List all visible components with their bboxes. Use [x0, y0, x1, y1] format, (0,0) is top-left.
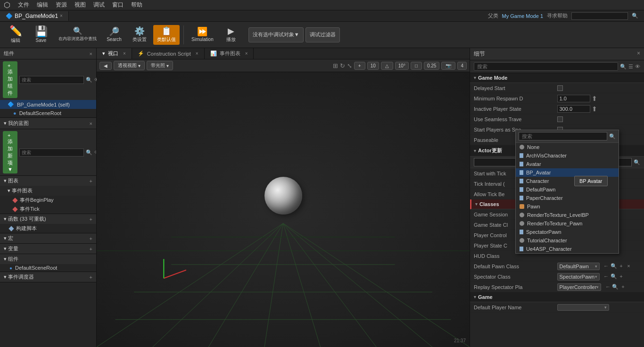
event-dispatcher-header[interactable]: ▾ 事件调度器 +: [0, 272, 96, 282]
event-dispatcher-add[interactable]: +: [90, 274, 92, 280]
class-item-paperchar[interactable]: PaperCharacter: [516, 194, 619, 202]
play-button[interactable]: ▶ 播放: [219, 25, 243, 45]
edit-button[interactable]: ✏️ 编辑: [4, 24, 27, 46]
add-new-item-button[interactable]: + 添加新项▼: [3, 131, 17, 174]
menu-window[interactable]: 窗口: [108, 0, 127, 10]
debug-filter-sub[interactable]: 调试过滤器: [305, 27, 340, 42]
construction-script[interactable]: 构建脚本: [0, 224, 96, 233]
blueprint-tab[interactable]: 🔷 BP_GameMode1 ×: [0, 11, 69, 21]
graphs-add[interactable]: +: [90, 178, 92, 184]
lit-button[interactable]: 带光照 ▾: [147, 61, 173, 70]
replay-spectator-add[interactable]: +: [619, 284, 626, 290]
menu-view[interactable]: 视图: [71, 0, 90, 10]
blueprint-view-options[interactable]: 👁: [94, 149, 96, 155]
debug-filter-dropdown[interactable]: 没有选中调试对象▼: [248, 27, 304, 42]
spectator-class-back[interactable]: ←: [603, 273, 610, 280]
details-list-view[interactable]: ☰: [628, 64, 633, 70]
menu-debug[interactable]: 调试: [90, 0, 108, 10]
default-player-name-dropdown[interactable]: ▾: [557, 304, 609, 311]
angle-btn[interactable]: △: [381, 62, 393, 70]
default-pawn-back[interactable]: ←: [603, 263, 610, 269]
class-item-archvis[interactable]: ArchVisCharacter: [516, 151, 619, 160]
class-defaults-button[interactable]: 📋 类默认值: [153, 25, 180, 45]
save-button[interactable]: 💾 Save: [29, 25, 53, 45]
class-item-tutorialchar[interactable]: TutorialCharacter: [516, 236, 619, 245]
class-item-ue4asp[interactable]: Ue4ASP_Character: [516, 245, 619, 253]
components-close[interactable]: ×: [90, 51, 92, 57]
min-respawn-spin[interactable]: ⬆: [592, 95, 597, 102]
camera-speed[interactable]: 4: [457, 62, 467, 70]
details-search-input[interactable]: [474, 62, 618, 71]
menu-assets[interactable]: 资源: [52, 0, 71, 10]
functions-header[interactable]: ▾ 函数 (33 可重载) +: [0, 214, 96, 224]
variables-header[interactable]: ▾ 变量 +: [0, 244, 96, 254]
rotation-snap[interactable]: 10°: [395, 62, 409, 70]
event-tick[interactable]: 事件Tick: [0, 205, 96, 214]
add-component-button[interactable]: + 添加组件: [3, 61, 17, 98]
default-pawn-search[interactable]: 🔍: [611, 263, 617, 269]
scale-snap[interactable]: 0.25: [424, 62, 439, 70]
menu-file[interactable]: 文件: [14, 0, 33, 10]
event-beginplay[interactable]: 事件BeginPlay: [0, 196, 96, 205]
menu-edit[interactable]: 编辑: [33, 0, 52, 10]
grid-size[interactable]: 10: [367, 62, 379, 70]
simulation-button[interactable]: ⏩ Simulation: [188, 25, 217, 44]
class-search-icon[interactable]: 🔍: [609, 133, 616, 140]
inactive-player-input[interactable]: [557, 105, 590, 113]
replay-spectator-search[interactable]: 🔍: [612, 284, 619, 290]
tab-construction[interactable]: ⚡ Construction Script ×: [132, 48, 205, 59]
delayed-start-checkbox[interactable]: [557, 85, 563, 91]
class-item-defaultpawn[interactable]: DefaultPawn: [516, 185, 619, 194]
seamless-travel-checkbox[interactable]: [557, 116, 563, 122]
functions-add[interactable]: +: [90, 216, 92, 222]
event-graph-header[interactable]: ▾ 事件图表: [0, 186, 96, 196]
inactive-player-spin[interactable]: ⬆: [592, 105, 597, 113]
blueprint-search[interactable]: [19, 149, 84, 157]
defaultsceneroot-item[interactable]: ● DefaultSceneRoot: [0, 264, 96, 272]
perspective-button[interactable]: 透视视图 ▾: [114, 61, 145, 70]
tree-item-gamemode[interactable]: 🔷 BP_GameMode1 (self): [0, 100, 96, 109]
spectator-class-add[interactable]: +: [618, 273, 625, 280]
components-bp-header[interactable]: ▾ 组件: [0, 254, 96, 264]
search-button[interactable]: 🔎 Search: [102, 25, 126, 44]
class-item-rtt-pawn[interactable]: RenderToTexture_Pawn: [516, 219, 619, 228]
3d-viewport[interactable]: 21:37: [97, 72, 470, 347]
replay-spectator-dropdown[interactable]: PlayerController ▾: [557, 283, 602, 291]
tab-viewport[interactable]: ▾ 视口 ×: [97, 48, 132, 59]
macro-add[interactable]: +: [90, 236, 92, 241]
default-pawn-clear[interactable]: ×: [626, 263, 632, 269]
graphs-header[interactable]: ▾ 图表 +: [0, 176, 96, 186]
tab-event-graph[interactable]: 📊 事件图表 ×: [205, 48, 254, 59]
class-item-none[interactable]: None: [516, 143, 619, 151]
blueprint-search-icon[interactable]: 🔍: [86, 149, 92, 156]
class-item-pawn[interactable]: Pawn: [516, 202, 619, 211]
details-eye-icon[interactable]: 👁: [635, 64, 640, 69]
spectator-class-dropdown[interactable]: SpectatorPawn ▾: [557, 273, 600, 281]
default-pawn-dropdown[interactable]: DefaultPawn ▾: [557, 263, 600, 270]
parent-class-value[interactable]: My Game Mode 1: [502, 13, 543, 19]
class-settings-button[interactable]: ⚙️ 类设置: [128, 25, 151, 45]
class-item-avatar[interactable]: Avatar: [516, 160, 619, 168]
game-mode-section-header[interactable]: ▾ Game Mode: [470, 73, 644, 83]
spectator-class-search[interactable]: 🔍: [611, 273, 617, 280]
camera-speed-btn[interactable]: 📷: [441, 62, 455, 70]
details-close[interactable]: ×: [637, 50, 640, 58]
components-search-icon[interactable]: 🔍: [86, 77, 92, 83]
actor-update-search-icon[interactable]: 🔍: [634, 159, 640, 165]
search-help-input[interactable]: [571, 12, 628, 20]
macro-header[interactable]: ▾ 宏 +: [0, 233, 96, 243]
search-help-label[interactable]: 寻求帮助: [547, 12, 568, 19]
browse-button[interactable]: 🔍 在内容浏览器中查找: [55, 25, 100, 44]
prev-view-button[interactable]: ◀: [99, 62, 112, 70]
class-search-input[interactable]: [519, 132, 607, 140]
class-item-rtt-levelbp[interactable]: RenderToTexture_LevelBP: [516, 211, 619, 219]
details-search-icon[interactable]: 🔍: [620, 64, 627, 70]
min-respawn-input[interactable]: [557, 95, 590, 102]
viewport-tab-close[interactable]: ×: [123, 51, 126, 56]
blueprint-panel-close[interactable]: ×: [90, 121, 92, 126]
default-pawn-add[interactable]: +: [618, 263, 625, 269]
search-help-icon[interactable]: 🔍: [632, 13, 638, 19]
variables-add[interactable]: +: [90, 246, 92, 252]
blueprint-tab-close[interactable]: ×: [60, 13, 63, 18]
translate-btn[interactable]: +: [354, 62, 365, 70]
